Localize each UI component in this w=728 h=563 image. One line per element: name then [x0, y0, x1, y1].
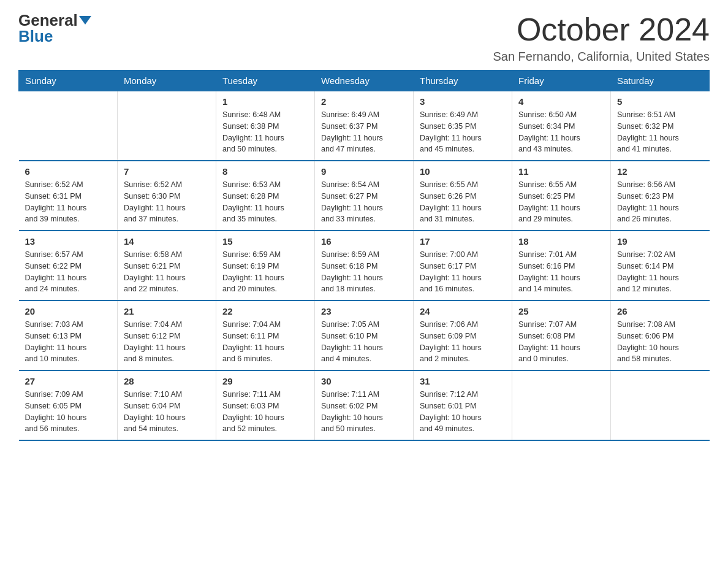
- logo-arrow-icon: [79, 16, 91, 25]
- day-number: 13: [25, 236, 112, 247]
- calendar-cell: 14Sunrise: 6:58 AMSunset: 6:21 PMDayligh…: [118, 231, 216, 301]
- logo: General Blue: [18, 12, 91, 44]
- day-info: Sunrise: 6:49 AMSunset: 6:35 PMDaylight:…: [420, 109, 506, 155]
- day-number: 15: [222, 236, 308, 247]
- day-of-week-header: Sunday: [19, 71, 118, 91]
- calendar-cell: 13Sunrise: 6:57 AMSunset: 6:22 PMDayligh…: [19, 231, 118, 301]
- calendar-cell: [19, 91, 118, 161]
- calendar-body: 1Sunrise: 6:48 AMSunset: 6:38 PMDaylight…: [19, 91, 710, 441]
- day-number: 31: [420, 376, 506, 386]
- day-info: Sunrise: 7:02 AMSunset: 6:14 PMDaylight:…: [617, 249, 703, 295]
- calendar-cell: 4Sunrise: 6:50 AMSunset: 6:34 PMDaylight…: [512, 91, 611, 161]
- calendar-week-row: 1Sunrise: 6:48 AMSunset: 6:38 PMDaylight…: [19, 91, 710, 161]
- day-info: Sunrise: 6:55 AMSunset: 6:25 PMDaylight:…: [518, 179, 604, 225]
- calendar-cell: 7Sunrise: 6:52 AMSunset: 6:30 PMDaylight…: [118, 161, 216, 231]
- calendar-cell: 12Sunrise: 6:56 AMSunset: 6:23 PMDayligh…: [611, 161, 710, 231]
- day-number: 10: [420, 166, 506, 177]
- calendar-cell: 20Sunrise: 7:03 AMSunset: 6:13 PMDayligh…: [19, 301, 118, 370]
- day-of-week-header: Tuesday: [216, 71, 315, 91]
- day-number: 1: [222, 96, 308, 107]
- calendar-week-row: 13Sunrise: 6:57 AMSunset: 6:22 PMDayligh…: [19, 231, 710, 301]
- calendar-cell: 1Sunrise: 6:48 AMSunset: 6:38 PMDaylight…: [216, 91, 315, 161]
- day-of-week-header: Wednesday: [315, 71, 414, 91]
- day-number: 18: [518, 236, 604, 247]
- calendar-cell: 25Sunrise: 7:07 AMSunset: 6:08 PMDayligh…: [512, 301, 611, 370]
- day-info: Sunrise: 6:58 AMSunset: 6:21 PMDaylight:…: [124, 249, 210, 295]
- day-number: 11: [518, 166, 604, 177]
- day-info: Sunrise: 6:59 AMSunset: 6:18 PMDaylight:…: [321, 249, 407, 295]
- logo-blue: Blue: [18, 28, 53, 44]
- page-header: General Blue October 2024 San Fernando, …: [18, 12, 710, 64]
- day-info: Sunrise: 6:55 AMSunset: 6:26 PMDaylight:…: [420, 179, 506, 225]
- day-info: Sunrise: 6:48 AMSunset: 6:38 PMDaylight:…: [222, 109, 308, 155]
- logo-general: General: [18, 12, 78, 28]
- day-number: 27: [25, 376, 112, 386]
- day-number: 23: [321, 306, 407, 316]
- day-info: Sunrise: 7:01 AMSunset: 6:16 PMDaylight:…: [518, 249, 604, 295]
- day-info: Sunrise: 7:10 AMSunset: 6:04 PMDaylight:…: [124, 389, 210, 435]
- calendar-cell: 22Sunrise: 7:04 AMSunset: 6:11 PMDayligh…: [216, 301, 315, 370]
- day-info: Sunrise: 7:12 AMSunset: 6:01 PMDaylight:…: [420, 389, 506, 435]
- day-info: Sunrise: 7:08 AMSunset: 6:06 PMDaylight:…: [617, 319, 703, 365]
- calendar-cell: 19Sunrise: 7:02 AMSunset: 6:14 PMDayligh…: [611, 231, 710, 301]
- calendar-cell: 6Sunrise: 6:52 AMSunset: 6:31 PMDaylight…: [19, 161, 118, 231]
- day-number: 3: [420, 96, 506, 107]
- days-of-week-row: SundayMondayTuesdayWednesdayThursdayFrid…: [19, 71, 710, 91]
- day-number: 20: [25, 306, 112, 316]
- day-info: Sunrise: 6:49 AMSunset: 6:37 PMDaylight:…: [321, 109, 407, 155]
- day-number: 7: [124, 166, 210, 177]
- calendar-cell: 2Sunrise: 6:49 AMSunset: 6:37 PMDaylight…: [315, 91, 414, 161]
- day-info: Sunrise: 6:53 AMSunset: 6:28 PMDaylight:…: [222, 179, 308, 225]
- calendar-cell: 16Sunrise: 6:59 AMSunset: 6:18 PMDayligh…: [315, 231, 414, 301]
- day-info: Sunrise: 7:07 AMSunset: 6:08 PMDaylight:…: [518, 319, 604, 365]
- day-info: Sunrise: 6:51 AMSunset: 6:32 PMDaylight:…: [617, 109, 703, 155]
- day-number: 9: [321, 166, 407, 177]
- day-info: Sunrise: 7:03 AMSunset: 6:13 PMDaylight:…: [25, 319, 112, 365]
- calendar-cell: [611, 370, 710, 440]
- day-of-week-header: Friday: [512, 71, 611, 91]
- day-number: 29: [222, 376, 308, 386]
- day-info: Sunrise: 7:04 AMSunset: 6:11 PMDaylight:…: [222, 319, 308, 365]
- calendar-header: SundayMondayTuesdayWednesdayThursdayFrid…: [19, 71, 710, 91]
- day-number: 25: [518, 306, 604, 316]
- day-info: Sunrise: 7:05 AMSunset: 6:10 PMDaylight:…: [321, 319, 407, 365]
- day-number: 5: [617, 96, 703, 107]
- day-number: 17: [420, 236, 506, 247]
- day-number: 16: [321, 236, 407, 247]
- day-number: 28: [124, 376, 210, 386]
- calendar-cell: [118, 91, 216, 161]
- calendar-cell: 27Sunrise: 7:09 AMSunset: 6:05 PMDayligh…: [19, 370, 118, 440]
- calendar-cell: 15Sunrise: 6:59 AMSunset: 6:19 PMDayligh…: [216, 231, 315, 301]
- day-number: 21: [124, 306, 210, 316]
- calendar-cell: 31Sunrise: 7:12 AMSunset: 6:01 PMDayligh…: [414, 370, 512, 440]
- day-info: Sunrise: 6:52 AMSunset: 6:31 PMDaylight:…: [25, 179, 112, 225]
- calendar-cell: 23Sunrise: 7:05 AMSunset: 6:10 PMDayligh…: [315, 301, 414, 370]
- calendar-cell: 21Sunrise: 7:04 AMSunset: 6:12 PMDayligh…: [118, 301, 216, 370]
- calendar-cell: 9Sunrise: 6:54 AMSunset: 6:27 PMDaylight…: [315, 161, 414, 231]
- location-title: San Fernando, California, United States: [493, 50, 710, 64]
- calendar-week-row: 6Sunrise: 6:52 AMSunset: 6:31 PMDaylight…: [19, 161, 710, 231]
- calendar-cell: 24Sunrise: 7:06 AMSunset: 6:09 PMDayligh…: [414, 301, 512, 370]
- day-info: Sunrise: 7:04 AMSunset: 6:12 PMDaylight:…: [124, 319, 210, 365]
- calendar-cell: 29Sunrise: 7:11 AMSunset: 6:03 PMDayligh…: [216, 370, 315, 440]
- calendar-cell: 30Sunrise: 7:11 AMSunset: 6:02 PMDayligh…: [315, 370, 414, 440]
- day-number: 24: [420, 306, 506, 316]
- day-of-week-header: Monday: [118, 71, 216, 91]
- day-info: Sunrise: 6:59 AMSunset: 6:19 PMDaylight:…: [222, 249, 308, 295]
- day-number: 19: [617, 236, 703, 247]
- day-info: Sunrise: 7:11 AMSunset: 6:02 PMDaylight:…: [321, 389, 407, 435]
- calendar-cell: 5Sunrise: 6:51 AMSunset: 6:32 PMDaylight…: [611, 91, 710, 161]
- day-info: Sunrise: 7:00 AMSunset: 6:17 PMDaylight:…: [420, 249, 506, 295]
- calendar-cell: 18Sunrise: 7:01 AMSunset: 6:16 PMDayligh…: [512, 231, 611, 301]
- calendar-cell: 3Sunrise: 6:49 AMSunset: 6:35 PMDaylight…: [414, 91, 512, 161]
- calendar-cell: 11Sunrise: 6:55 AMSunset: 6:25 PMDayligh…: [512, 161, 611, 231]
- day-info: Sunrise: 6:54 AMSunset: 6:27 PMDaylight:…: [321, 179, 407, 225]
- day-number: 30: [321, 376, 407, 386]
- title-area: October 2024 San Fernando, California, U…: [493, 12, 710, 64]
- day-info: Sunrise: 7:09 AMSunset: 6:05 PMDaylight:…: [25, 389, 112, 435]
- day-number: 22: [222, 306, 308, 316]
- day-number: 14: [124, 236, 210, 247]
- day-number: 26: [617, 306, 703, 316]
- day-info: Sunrise: 6:50 AMSunset: 6:34 PMDaylight:…: [518, 109, 604, 155]
- day-info: Sunrise: 6:56 AMSunset: 6:23 PMDaylight:…: [617, 179, 703, 225]
